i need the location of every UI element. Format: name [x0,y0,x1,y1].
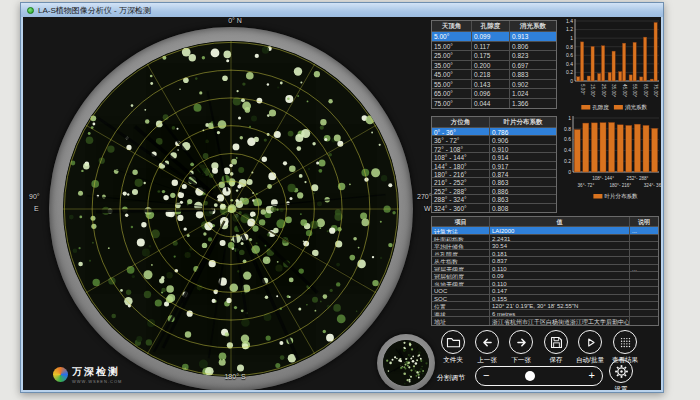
table-row[interactable]: 75.00°0.0441.366 [432,99,556,109]
thumbnail-ring [377,334,435,390]
table-row[interactable]: 45.00°0.2180.883 [432,70,556,80]
table-row[interactable]: SOC0.155 [432,295,658,303]
table-row[interactable]: 0° - 36°0.786 [432,128,556,136]
fisheye-canopy-image[interactable] [63,41,399,377]
foliage-speckle [415,362,418,365]
table-row[interactable]: 冠层开阔度0.110... [432,265,658,273]
table-row[interactable]: 计算方法LAI2000... [432,227,658,235]
folder-icon [445,334,462,351]
bar [609,122,615,172]
table-cell: 冠层开阔度 [432,265,490,272]
table-row[interactable]: 海拔6 metres [432,310,658,318]
foliage-speckle [233,144,240,151]
table-cell: 252° - 288° [432,187,490,194]
table-row[interactable]: 当地开阔度0.110 [432,280,658,288]
table-row[interactable]: 位置120° 21' 0.19"E, 30° 18' 52.55"N [432,302,658,310]
window-title: LA-S植物图像分析仪 - 万深检测 [38,5,151,16]
table-cell [630,295,658,302]
toolbar-button-arrow-right[interactable] [509,330,533,354]
resolution-slider[interactable]: − + [475,366,603,386]
foliage-speckle [372,280,378,286]
toolbar-button-folder[interactable] [441,330,465,354]
table-row[interactable]: 35.00°0.2000.697 [432,61,556,71]
table-row[interactable]: 108° - 144°0.914 [432,153,556,161]
foliage-speckle [326,334,334,342]
bar [626,125,632,172]
foliage-speckle [336,282,340,286]
table-row[interactable]: 216° - 252°0.863 [432,178,556,186]
slider-minus-button[interactable]: − [483,369,489,381]
table-cell: 0.823 [510,51,556,60]
bar [591,46,594,81]
column-header: 说明 [630,217,658,226]
toolbar-button-save[interactable] [544,330,568,354]
toolbar-button-grid[interactable] [613,330,637,354]
table-row[interactable]: 15.00°0.1170.806 [432,42,556,52]
table-cell: 75.00° [432,99,472,109]
table-cell [630,257,658,264]
gear-tooth [624,374,625,375]
table-row[interactable]: 5.00°0.0990.913 [432,32,556,42]
table-row[interactable]: 252° - 288°0.886 [432,187,556,195]
table-row[interactable]: 冠层郁闭度0.09 [432,272,658,280]
bar [602,46,605,81]
x-tick-label: 324°- 360° [644,183,661,188]
foliage-speckle [419,371,421,373]
foliage-speckle [310,221,318,229]
table-row[interactable]: 72° - 108°0.910 [432,145,556,153]
toolbar-button-arrow-left[interactable] [475,330,499,354]
table-row[interactable]: 叶面积指数2.2431 [432,235,658,243]
foliage-speckle [182,48,191,57]
compass-270-label: 270° [417,193,431,200]
settings-button[interactable] [609,359,633,383]
play-icon [582,334,599,351]
table-row[interactable]: 144° - 180°0.917 [432,162,556,170]
foliage-speckle [312,142,315,145]
foliage-speckle [149,245,151,247]
foliage-speckle [399,358,401,360]
title-bar[interactable]: LA-S植物图像分析仪 - 万深检测 [21,3,663,17]
foliage-speckle [237,184,241,188]
foliage-speckle [220,240,226,246]
foliage-speckle [422,372,424,374]
foliage-speckle [297,146,302,151]
foliage-speckle [150,82,153,85]
canopy-photo-svg [63,41,399,377]
table-row[interactable]: 丛生指数0.837 [432,257,658,265]
table-row[interactable]: 65.00°0.0961.024 [432,89,556,99]
table-row[interactable]: 324° - 360°0.808 [432,204,556,212]
table-row[interactable]: 288° - 324°0.863 [432,195,556,203]
table-row[interactable]: UOC0.147 [432,287,658,295]
table-row[interactable]: 36° - 72°0.906 [432,136,556,144]
foliage-speckle [300,81,302,83]
foliage-speckle [404,349,407,352]
foliage-speckle [308,168,310,170]
x-tick-label: 15.00° [590,84,595,97]
table-cell: 0.044 [472,99,510,109]
foliage-speckle [388,183,392,187]
foliage-speckle [416,371,418,373]
fisheye-thumbnail[interactable] [383,340,429,386]
slider-plus-button[interactable]: + [589,369,595,381]
table-row[interactable]: 180° - 216°0.874 [432,170,556,178]
foliage-speckle [337,315,346,324]
table-row[interactable]: 平均叶倾角30.54 [432,242,658,250]
y-tick-label: 0 [570,78,573,84]
slider-thumb[interactable] [525,371,535,381]
foliage-speckle [422,360,424,362]
foliage-speckle [425,362,427,364]
foliage-speckle [353,237,357,241]
bar [652,128,658,172]
table-row[interactable]: 总孔隙度0.181 [432,250,658,258]
y-tick-label: 0 [568,169,571,175]
table-row[interactable]: 地址浙江省杭州市江干区白杨街道浙江理工大学后勤中心 [432,317,658,325]
table-cell: 0.181 [490,250,630,257]
toolbar-button-play[interactable] [578,330,602,354]
table-cell: 0.837 [490,257,630,264]
table-row[interactable]: 55.00°0.1430.902 [432,80,556,90]
table-cell: 0.117 [472,42,510,51]
table-cell: 冠层郁闭度 [432,272,490,279]
foliage-speckle [409,375,411,377]
legend-swatch [614,105,623,110]
table-row[interactable]: 25.00°0.1750.823 [432,51,556,61]
